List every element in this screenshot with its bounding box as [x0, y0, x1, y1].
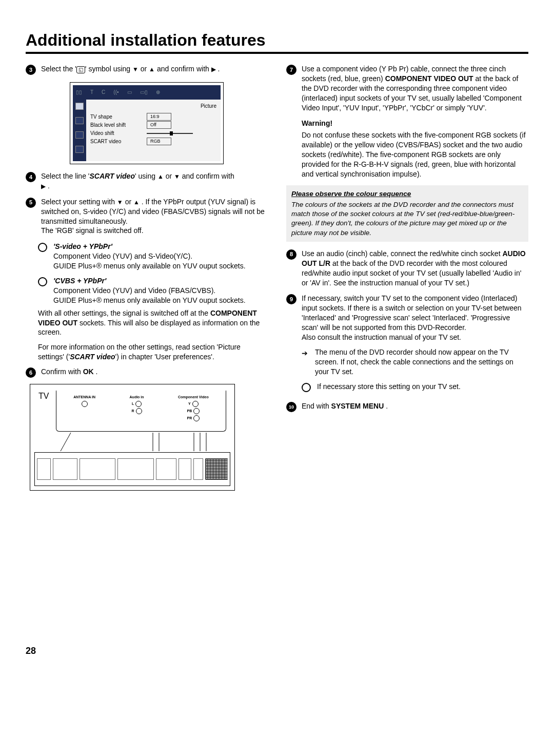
- text: Also consult the instruction manual of y…: [302, 333, 461, 341]
- text: End with: [302, 402, 331, 410]
- audio-in-label: Audio in: [130, 395, 144, 399]
- opt2-title: CVBS + YPbPr: [55, 277, 105, 285]
- video-port-icon: [192, 401, 199, 407]
- audio-port-icon: [135, 401, 142, 407]
- text: at the back of the DVD recorder with the…: [302, 259, 521, 287]
- step-number-9: 9: [286, 294, 296, 304]
- audio-l-label: L: [132, 401, 134, 406]
- step-7: 7 Use a component video (Y Pb Pr) cable,…: [286, 64, 528, 179]
- osd-tab: C: [102, 89, 105, 96]
- pr-label: PR: [187, 416, 192, 420]
- dvd-back-panel: [34, 452, 230, 486]
- dvd-port: [37, 458, 51, 480]
- sub-circle-item: If necessary store this setting on your …: [302, 382, 528, 392]
- up-arrow-icon: ▲: [157, 172, 164, 181]
- osd-row-label: SCART video: [90, 138, 147, 145]
- step3-text-b: ' symbol using: [85, 65, 132, 73]
- option-cvbs: 'CVBS + YPbPr' Component Video (YUV) and…: [38, 276, 268, 305]
- note-head: Please observe the colour sequence: [291, 189, 523, 199]
- warning-text: Do not confuse these sockets with the fi…: [302, 130, 528, 179]
- text: With all other settings, the signal is s…: [38, 309, 210, 317]
- scart-video-label: SCART video: [70, 353, 115, 361]
- dvd-port: [156, 458, 176, 480]
- step-number-4: 4: [26, 172, 36, 182]
- audio-port-icon: [136, 408, 142, 414]
- osd-row-value: 16:9: [147, 113, 171, 120]
- step-5: 5 Select your setting with ▼ or ▲ . If t…: [26, 197, 268, 236]
- osd-tabs: ▯▯ T C ((• ▭ ▭▯ ⊕: [73, 85, 221, 100]
- dvd-port: [53, 458, 77, 480]
- osd-slider: [147, 133, 193, 134]
- osd-row-value: Off: [147, 121, 171, 128]
- circle-bullet-icon: [38, 277, 47, 286]
- tv-label: TV: [38, 391, 56, 432]
- title-rule: [26, 52, 528, 54]
- dvd-port: [179, 458, 191, 480]
- page-number: 28: [26, 645, 268, 657]
- osd-row-label: Video shift: [90, 130, 147, 137]
- text: .: [94, 367, 98, 376]
- circle-bullet-icon: [38, 243, 47, 252]
- picture-icon: [75, 103, 84, 110]
- osd-row-value: RGB: [147, 138, 171, 145]
- down-arrow-icon: ▼: [132, 65, 138, 73]
- arrow-bullet-icon: ➔: [302, 348, 309, 377]
- step-3: 3 Select the '◱' symbol using ▼ or ▲ and…: [26, 64, 268, 75]
- colour-sequence-note: Please observe the colour sequence The c…: [286, 185, 528, 242]
- video-port-icon: [193, 415, 200, 421]
- dvd-vent: [205, 458, 228, 480]
- step4-text-b: ' using: [135, 172, 157, 180]
- cable-lines: [34, 432, 230, 452]
- warning-title: Warning!: [302, 119, 528, 128]
- step-10: 10 End with SYSTEM MENU .: [286, 401, 528, 412]
- opt2-line1: Component Video (YUV) and Video (FBAS/CV…: [53, 286, 215, 295]
- text: Confirm with: [41, 367, 83, 376]
- para-component-out: With all other settings, the signal is s…: [38, 308, 268, 338]
- step-number-8: 8: [286, 249, 296, 260]
- connection-diagram: TV ANTENNA IN Audio in L R Component Vid…: [30, 384, 235, 491]
- sub-arrow-item: ➔ The menu of the DVD recorder should no…: [302, 347, 528, 377]
- up-arrow-icon: ▲: [133, 198, 140, 206]
- right-arrow-icon: ▶: [41, 182, 46, 190]
- step-6: 6 Confirm with OK .: [26, 367, 268, 378]
- sound-icon: [75, 117, 84, 124]
- step4-text-d: and confirm with: [180, 172, 234, 180]
- step4-text-a: Select the line ': [41, 172, 90, 180]
- step3-text-a: Select the ': [41, 65, 76, 73]
- option-svideo: 'S-video + YPbPr' Component Video (YUV) …: [38, 242, 268, 271]
- text: Use an audio (cinch) cable, connect the …: [302, 249, 502, 258]
- step-8: 8 Use an audio (cinch) cable, connect th…: [286, 249, 528, 288]
- step-number-3: 3: [26, 65, 36, 75]
- osd-heading: Picture: [90, 103, 216, 110]
- right-arrow-icon: ▶: [211, 65, 216, 73]
- ok-label: OK: [83, 367, 94, 376]
- text: If necessary, switch your TV set to the …: [302, 294, 522, 332]
- step-number-5: 5: [26, 198, 36, 208]
- video-port-icon: [193, 408, 200, 414]
- component-video-label: Component Video: [178, 395, 209, 399]
- circle-bullet-icon: [302, 383, 311, 392]
- dvd-scart-port: [117, 458, 154, 480]
- scart-video-label: SCART video: [90, 172, 135, 180]
- text: If necessary store this setting on your …: [317, 382, 461, 392]
- step5-text-d: The 'RGB' signal is switched off.: [41, 226, 144, 235]
- para-more-info: For more information on the other settin…: [38, 342, 268, 362]
- right-column: 7 Use a component video (Y Pb Pr) cable,…: [286, 64, 528, 657]
- osd-sidebar: [73, 100, 86, 161]
- left-column: 3 Select the '◱' symbol using ▼ or ▲ and…: [26, 64, 268, 657]
- step-4: 4 Select the line 'SCART video' using ▲ …: [26, 171, 268, 191]
- step5-text-a: Select your setting with: [41, 198, 117, 206]
- opt2-line2: GUIDE Plus+® menus only available on YUV…: [53, 296, 246, 304]
- down-arrow-icon: ▼: [174, 172, 180, 181]
- features-icon: [75, 146, 84, 153]
- system-menu-label: SYSTEM MENU: [331, 402, 384, 410]
- component-video-out-label: COMPONENT VIDEO OUT: [385, 74, 473, 83]
- step-number-10: 10: [286, 402, 296, 412]
- note-body: The colours of the sockets at the DVD re…: [291, 201, 515, 237]
- opt1-title: S-video + YPbPr: [55, 242, 110, 250]
- step3-text-c: and confirm with: [157, 65, 211, 73]
- opt1-line2: GUIDE Plus+® menus only available on YUV…: [53, 262, 246, 270]
- dvd-scart-port: [80, 458, 116, 480]
- osd-row-label: TV shape: [90, 113, 147, 121]
- up-arrow-icon: ▲: [149, 65, 155, 73]
